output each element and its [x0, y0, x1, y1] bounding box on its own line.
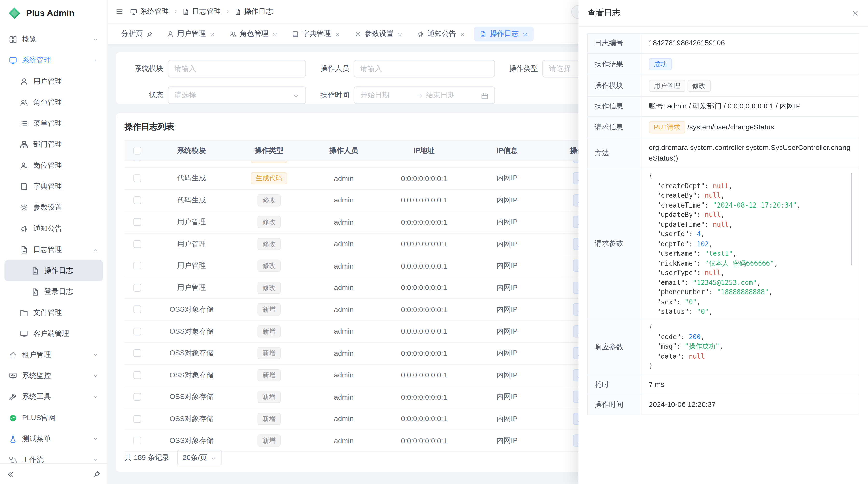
sidebar-item-operation-log[interactable]: 操作日志: [4, 260, 103, 281]
sidebar-item-system-tools[interactable]: 系统工具: [4, 386, 103, 407]
row-checkbox[interactable]: [133, 262, 141, 270]
cell-ip-info: 内网IP: [466, 233, 549, 255]
tab-role-management[interactable]: 角色管理: [224, 26, 283, 41]
cell-ip: 0:0:0:0:0:0:0:1: [382, 277, 465, 298]
sidebar-item-plus-website[interactable]: PLUS官网: [4, 407, 103, 428]
field-label: 操作结果: [588, 53, 642, 75]
sidebar-item-label: 参数设置: [33, 202, 99, 212]
date-range-input[interactable]: 开始日期 结束日期: [354, 86, 495, 104]
sidebar-item-tenant-management[interactable]: 租户管理: [4, 344, 103, 365]
sidebar-item-post-management[interactable]: 岗位管理: [4, 155, 103, 176]
tab-close-icon[interactable]: [460, 30, 466, 38]
tab-close-icon[interactable]: [397, 30, 403, 38]
row-checkbox[interactable]: [133, 371, 141, 379]
cell-module: 用户管理: [150, 255, 233, 276]
sidebar-item-overview[interactable]: 概览: [4, 29, 103, 50]
tab-operation-log[interactable]: 操作日志: [474, 26, 534, 41]
sidebar-item-dict-management[interactable]: 字典管理: [4, 176, 103, 197]
sidebar-item-param-settings[interactable]: 参数设置: [4, 197, 103, 218]
field-value: /system/user/changeStatus: [687, 123, 774, 131]
description-row: 耗时7 ms: [588, 375, 859, 394]
field-label: 操作时间: [588, 394, 642, 414]
page-size-select[interactable]: 20条/页: [177, 450, 222, 465]
status-select[interactable]: 请选择: [168, 86, 306, 104]
sidebar-item-client-management[interactable]: 客户端管理: [4, 323, 103, 344]
type-tag: 生成代码: [251, 172, 287, 185]
tab-param-settings[interactable]: 参数设置: [349, 26, 408, 41]
sidebar-item-notice-announcement[interactable]: 通知公告: [4, 218, 103, 239]
sidebar-item-system-management[interactable]: 系统管理: [4, 50, 103, 71]
breadcrumb-item[interactable]: 系统管理: [130, 7, 169, 17]
type-tag: 新增: [257, 325, 281, 337]
row-checkbox[interactable]: [133, 305, 141, 313]
filter-status-label: 状态: [131, 90, 163, 100]
tab-dict-management[interactable]: 字典管理: [286, 26, 346, 41]
row-checkbox[interactable]: [133, 393, 141, 401]
hamburger-icon[interactable]: [116, 8, 123, 15]
row-checkbox[interactable]: [133, 174, 141, 182]
sidebar-item-test-menu[interactable]: 测试菜单: [4, 428, 103, 449]
cell-ip: 0:0:0:0:0:0:0:1: [382, 168, 465, 189]
module-input[interactable]: 请输入: [168, 60, 306, 77]
field-label: 耗时: [588, 375, 642, 394]
app-root: Plus Admin 概览系统管理用户管理角色管理菜单管理部门管理岗位管理字典管…: [0, 0, 868, 484]
row-checkbox[interactable]: [133, 437, 141, 445]
tab-close-icon[interactable]: [334, 30, 340, 38]
row-checkbox[interactable]: [133, 218, 141, 226]
sidebar-item-log-management[interactable]: 日志管理: [4, 239, 103, 260]
filter-module-label: 系统模块: [131, 64, 163, 73]
cell-module: 代码生成: [150, 161, 233, 168]
sidebar-item-login-log[interactable]: 登录日志: [4, 281, 103, 302]
sidebar-item-role-management[interactable]: 角色管理: [4, 92, 103, 113]
log-detail-drawer: 查看日志 日志编号1842781986426159106操作结果成功操作模块用户…: [579, 0, 868, 484]
app-logo[interactable]: Plus Admin: [0, 0, 107, 27]
close-icon[interactable]: [851, 9, 859, 17]
sidebar-item-user-management[interactable]: 用户管理: [4, 71, 103, 92]
description-row: 方法org.dromara.system.controller.system.S…: [588, 138, 859, 168]
row-checkbox[interactable]: [133, 415, 141, 423]
row-checkbox[interactable]: [133, 284, 141, 291]
scrollbar-thumb[interactable]: [851, 173, 852, 266]
type-tag: 新增: [257, 369, 281, 381]
collapse-sidebar-icon[interactable]: [7, 470, 14, 478]
description-row: 响应参数{ "code": 200, "msg": "操作成功", "data"…: [588, 319, 859, 375]
field-label: 操作模块: [588, 75, 642, 97]
pagination: 共 189 条记录 20条/页: [125, 450, 222, 465]
description-row: 操作模块用户管理 修改: [588, 75, 859, 97]
sidebar-item-label: 字典管理: [33, 182, 99, 191]
cell-module: OSS对象存储: [150, 321, 233, 342]
row-checkbox[interactable]: [133, 349, 141, 357]
sidebar-item-dept-management[interactable]: 部门管理: [4, 134, 103, 155]
calendar-icon: [481, 91, 488, 100]
operator-input[interactable]: 请输入: [354, 60, 495, 77]
row-checkbox[interactable]: [133, 196, 141, 204]
sidebar-menu: 概览系统管理用户管理角色管理菜单管理部门管理岗位管理字典管理参数设置通知公告日志…: [0, 27, 107, 463]
row-checkbox[interactable]: [133, 240, 141, 248]
tab-analysis[interactable]: 分析页: [116, 26, 158, 41]
tab-close-icon[interactable]: [272, 30, 278, 38]
sidebar-item-label: 文件管理: [33, 308, 99, 318]
sidebar-item-file-management[interactable]: 文件管理: [4, 302, 103, 323]
select-all-checkbox[interactable]: [133, 146, 141, 154]
type-tag: 新增: [257, 434, 281, 447]
cell-type: 新增: [233, 364, 305, 386]
tab-notice-announcement[interactable]: 通知公告: [411, 26, 471, 41]
field-label: 响应参数: [588, 319, 642, 375]
cell-ip: 0:0:0:0:0:0:0:1: [382, 255, 465, 276]
field-value: 账号: admin / 研发部门 / 0:0:0:0:0:0:0:1 / 内网I…: [649, 102, 801, 110]
tab-user-management[interactable]: 用户管理: [161, 26, 221, 41]
row-checkbox[interactable]: [133, 328, 141, 335]
tab-close-icon[interactable]: [209, 30, 215, 38]
tab-close-icon[interactable]: [522, 30, 528, 38]
filter-status: 状态 请选择: [131, 86, 306, 104]
breadcrumb-item[interactable]: 日志管理: [182, 7, 221, 17]
json-code[interactable]: { "createDept": null, "createBy": null, …: [649, 172, 852, 316]
sidebar-item-workflow[interactable]: 工作流: [4, 449, 103, 463]
sidebar-item-system-monitor[interactable]: 系统监控: [4, 365, 103, 386]
breadcrumb-item[interactable]: 操作日志: [234, 7, 273, 17]
row-checkbox[interactable]: [133, 161, 141, 161]
pin-sidebar-icon[interactable]: [93, 470, 101, 478]
sidebar-item-menu-management[interactable]: 菜单管理: [4, 113, 103, 134]
filter-time: 操作时间 开始日期 结束日期: [317, 86, 495, 104]
cell-module: OSS对象存储: [150, 430, 233, 451]
